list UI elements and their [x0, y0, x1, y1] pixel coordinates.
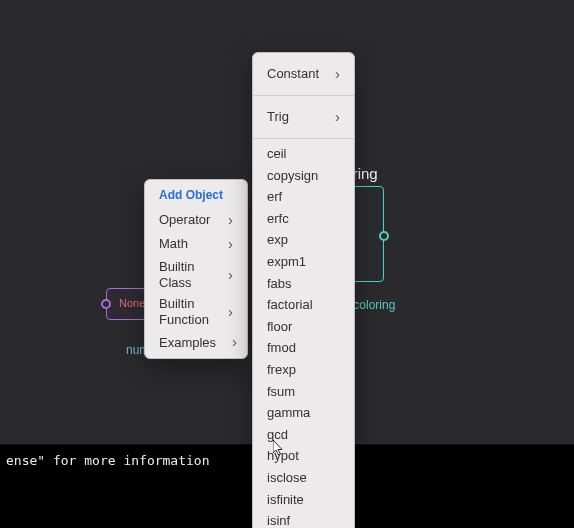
- submenu-item-label: expm1: [267, 254, 306, 270]
- submenu-item-erfc[interactable]: erfc: [253, 208, 354, 230]
- submenu-item-label: copysign: [267, 168, 318, 184]
- context-menu-main[interactable]: Add Object OperatorMathBuiltin ClassBuil…: [144, 179, 248, 359]
- submenu-item-copysign[interactable]: copysign: [253, 165, 354, 187]
- menu-item-builtin-function[interactable]: Builtin Function: [145, 293, 247, 330]
- submenu-item-frexp[interactable]: frexp: [253, 359, 354, 381]
- submenu-item-label: hypot: [267, 448, 299, 464]
- port-in[interactable]: [101, 299, 111, 309]
- submenu-item-floor[interactable]: floor: [253, 316, 354, 338]
- submenu-item-gamma[interactable]: gamma: [253, 402, 354, 424]
- submenu-item-label: ceil: [267, 146, 287, 162]
- context-menu-sub[interactable]: ConstantTrigceilcopysignerferfcexpexpm1f…: [252, 52, 355, 528]
- submenu-item-exp[interactable]: exp: [253, 229, 354, 251]
- submenu-item-label: floor: [267, 319, 292, 335]
- submenu-item-label: exp: [267, 232, 288, 248]
- submenu-item-expm1[interactable]: expm1: [253, 251, 354, 273]
- submenu-item-ceil[interactable]: ceil: [253, 143, 354, 165]
- menu-separator: [253, 95, 354, 96]
- submenu-group-trig[interactable]: Trig: [253, 100, 354, 134]
- menu-item-label: Math: [159, 236, 188, 252]
- menu-item-label: Examples: [159, 335, 216, 351]
- submenu-group-label: Constant: [267, 66, 319, 82]
- submenu-item-isinf[interactable]: isinf: [253, 510, 354, 528]
- submenu-item-factorial[interactable]: factorial: [253, 294, 354, 316]
- menu-item-math[interactable]: Math: [145, 232, 247, 256]
- submenu-group-constant[interactable]: Constant: [253, 57, 354, 91]
- menu-separator: [253, 138, 354, 139]
- submenu-item-gcd[interactable]: gcd: [253, 424, 354, 446]
- menu-item-label: Builtin Class: [159, 259, 212, 290]
- menu-item-label: Operator: [159, 212, 210, 228]
- submenu-item-label: gamma: [267, 405, 310, 421]
- menu-title: Add Object: [145, 184, 247, 208]
- submenu-item-label: isclose: [267, 470, 307, 486]
- menu-item-operator[interactable]: Operator: [145, 208, 247, 232]
- submenu-item-label: isfinite: [267, 492, 304, 508]
- submenu-item-fabs[interactable]: fabs: [253, 273, 354, 295]
- node-inner-label: None: [119, 297, 145, 309]
- submenu-item-label: fmod: [267, 340, 296, 356]
- submenu-item-label: factorial: [267, 297, 313, 313]
- submenu-item-label: fabs: [267, 276, 292, 292]
- submenu-item-isfinite[interactable]: isfinite: [253, 489, 354, 511]
- submenu-item-hypot[interactable]: hypot: [253, 445, 354, 467]
- console-line: ense" for more information: [6, 453, 210, 468]
- submenu-item-label: isinf: [267, 513, 290, 528]
- submenu-group-label: Trig: [267, 109, 289, 125]
- submenu-item-label: frexp: [267, 362, 296, 378]
- submenu-item-label: fsum: [267, 384, 295, 400]
- submenu-item-erf[interactable]: erf: [253, 186, 354, 208]
- port-out[interactable]: [379, 231, 389, 241]
- menu-item-builtin-class[interactable]: Builtin Class: [145, 256, 247, 293]
- submenu-item-label: erfc: [267, 211, 289, 227]
- submenu-item-label: erf: [267, 189, 282, 205]
- menu-item-label: Builtin Function: [159, 296, 212, 327]
- submenu-item-fsum[interactable]: fsum: [253, 381, 354, 403]
- menu-item-examples[interactable]: Examples: [145, 330, 247, 354]
- submenu-item-isclose[interactable]: isclose: [253, 467, 354, 489]
- submenu-item-fmod[interactable]: fmod: [253, 337, 354, 359]
- submenu-item-label: gcd: [267, 427, 288, 443]
